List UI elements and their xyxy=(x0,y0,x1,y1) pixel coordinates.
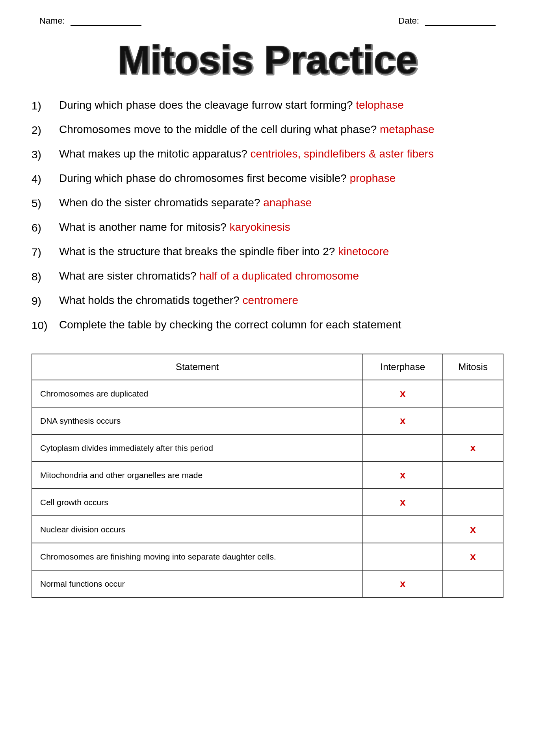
table-cell-interphase xyxy=(363,516,443,543)
question-item: 1)During which phase does the cleavage f… xyxy=(32,97,503,114)
name-line xyxy=(71,25,141,26)
table-row: Cytoplasm divides immediately after this… xyxy=(32,434,503,461)
table-cell-mitosis xyxy=(443,570,503,597)
question-item: 10)Complete the table by checking the co… xyxy=(32,317,503,334)
name-field: Name: xyxy=(39,16,141,26)
question-item: 3)What makes up the mitotic apparatus? c… xyxy=(32,146,503,163)
question-item: 6)What is another name for mitosis? kary… xyxy=(32,219,503,236)
table-cell-mitosis xyxy=(443,489,503,516)
date-field: Date: xyxy=(398,16,496,26)
question-text: What holds the chromatids together? cent… xyxy=(59,292,503,309)
question-answer: anaphase xyxy=(263,196,312,209)
question-number: 4) xyxy=(32,170,59,187)
table-row: Mitochondria and other organelles are ma… xyxy=(32,461,503,489)
date-line xyxy=(425,25,496,26)
question-text: What is the structure that breaks the sp… xyxy=(59,243,503,260)
table-row: Chromosomes are duplicatedx xyxy=(32,380,503,407)
questions-list: 1)During which phase does the cleavage f… xyxy=(32,97,503,334)
question-item: 7)What is the structure that breaks the … xyxy=(32,243,503,261)
table-row: Nuclear division occursx xyxy=(32,516,503,543)
question-number: 7) xyxy=(32,243,59,261)
question-number: 5) xyxy=(32,195,59,212)
question-number: 3) xyxy=(32,146,59,163)
question-text: Chromosomes move to the middle of the ce… xyxy=(59,121,503,138)
table-cell-statement: Cytoplasm divides immediately after this… xyxy=(32,434,363,461)
title-svg: .title-font { font-family: 'Arial Black'… xyxy=(90,34,445,81)
question-text: During which phase does the cleavage fur… xyxy=(59,97,503,113)
table-cell-mitosis xyxy=(443,461,503,489)
question-number: 1) xyxy=(32,97,59,114)
table-cell-statement: Mitochondria and other organelles are ma… xyxy=(32,461,363,489)
question-text: What are sister chromatids? half of a du… xyxy=(59,268,503,284)
table-cell-statement: Chromosomes are duplicated xyxy=(32,380,363,407)
question-number: 6) xyxy=(32,219,59,236)
table-cell-statement: Nuclear division occurs xyxy=(32,516,363,543)
table-cell-statement: DNA synthesis occurs xyxy=(32,407,363,434)
col-header-mitosis: Mitosis xyxy=(443,354,503,380)
table-cell-mitosis xyxy=(443,380,503,407)
table-cell-interphase xyxy=(363,434,443,461)
question-number: 9) xyxy=(32,292,59,309)
question-item: 8)What are sister chromatids? half of a … xyxy=(32,268,503,285)
date-label: Date: xyxy=(398,16,419,26)
question-number: 2) xyxy=(32,121,59,139)
table-cell-interphase xyxy=(363,543,443,570)
table-cell-mitosis: x xyxy=(443,516,503,543)
question-number: 8) xyxy=(32,268,59,285)
question-answer: telophase xyxy=(356,99,403,111)
table-row: DNA synthesis occursx xyxy=(32,407,503,434)
table-cell-interphase: x xyxy=(363,407,443,434)
table-header-row: Statement Interphase Mitosis xyxy=(32,354,503,380)
table-row: Chromosomes are finishing moving into se… xyxy=(32,543,503,570)
table-row: Normal functions occurx xyxy=(32,570,503,597)
question-text: When do the sister chromatids separate? … xyxy=(59,195,503,211)
table-cell-interphase: x xyxy=(363,380,443,407)
question-item: 2)Chromosomes move to the middle of the … xyxy=(32,121,503,139)
table-cell-statement: Chromosomes are finishing moving into se… xyxy=(32,543,363,570)
table-cell-mitosis: x xyxy=(443,543,503,570)
question-item: 5)When do the sister chromatids separate… xyxy=(32,195,503,212)
table-cell-interphase: x xyxy=(363,570,443,597)
name-label: Name: xyxy=(39,16,65,26)
svg-text:Mitosis Practice: Mitosis Practice xyxy=(117,37,417,81)
table-cell-mitosis: x xyxy=(443,434,503,461)
question-text: Complete the table by checking the corre… xyxy=(59,317,503,333)
phase-table: Statement Interphase Mitosis Chromosomes… xyxy=(32,354,503,598)
table-cell-mitosis xyxy=(443,407,503,434)
table-cell-statement: Cell growth occurs xyxy=(32,489,363,516)
question-text: During which phase do chromosomes first … xyxy=(59,170,503,187)
question-text: What makes up the mitotic apparatus? cen… xyxy=(59,146,503,162)
question-answer: karyokinesis xyxy=(230,221,290,233)
table-cell-interphase: x xyxy=(363,461,443,489)
question-answer: centromere xyxy=(242,294,298,306)
col-header-statement: Statement xyxy=(32,354,363,380)
question-text: What is another name for mitosis? karyok… xyxy=(59,219,503,235)
table-row: Cell growth occursx xyxy=(32,489,503,516)
col-header-interphase: Interphase xyxy=(363,354,443,380)
question-answer: prophase xyxy=(350,172,396,184)
question-answer: half of a duplicated chromosome xyxy=(199,270,359,282)
table-cell-interphase: x xyxy=(363,489,443,516)
question-answer: metaphase xyxy=(380,123,435,135)
title-container: .title-font { font-family: 'Arial Black'… xyxy=(32,34,503,81)
table-cell-statement: Normal functions occur xyxy=(32,570,363,597)
question-item: 4)During which phase do chromosomes firs… xyxy=(32,170,503,187)
header-fields: Name: Date: xyxy=(32,16,503,26)
question-item: 9)What holds the chromatids together? ce… xyxy=(32,292,503,309)
question-answer: centrioles, spindlefibers & aster fibers xyxy=(251,148,434,160)
table-section: Statement Interphase Mitosis Chromosomes… xyxy=(32,354,503,598)
question-number: 10) xyxy=(32,317,59,334)
question-answer: kinetocore xyxy=(338,245,389,258)
